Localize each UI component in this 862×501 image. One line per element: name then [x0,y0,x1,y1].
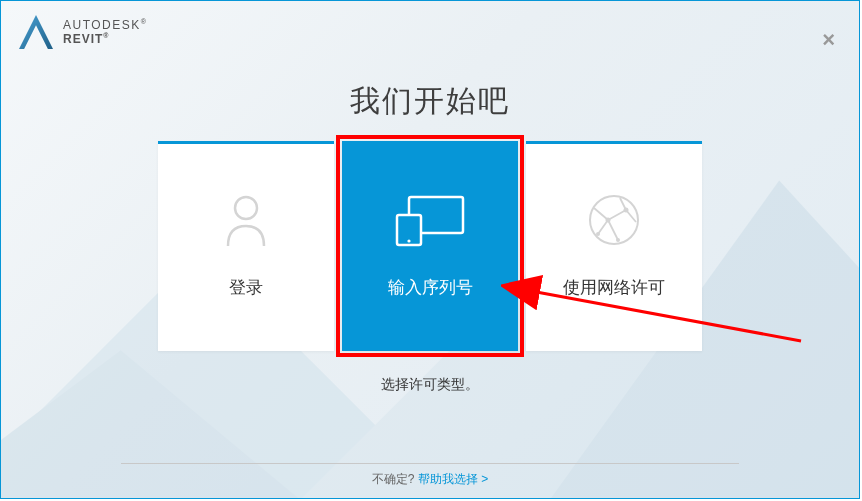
brand-header: AUTODESK® REVIT® [19,15,147,49]
network-card[interactable]: 使用网络许可 [526,141,702,351]
subtitle: 选择许可类型。 [1,376,859,394]
globe-icon [586,184,642,256]
footer-prefix: 不确定? [372,472,418,486]
close-button[interactable]: × [822,29,835,51]
user-icon [222,184,270,256]
network-label: 使用网络许可 [563,276,665,299]
brand-revit: REVIT® [63,32,147,46]
footer: 不确定? 帮助我选择 > [1,471,859,488]
serial-label: 输入序列号 [388,276,473,299]
brand-text: AUTODESK® REVIT® [63,18,147,45]
devices-icon [391,184,469,256]
svg-point-8 [590,196,638,244]
svg-point-7 [407,239,410,242]
svg-point-11 [596,232,600,236]
revit-logo-icon [19,15,53,49]
svg-point-12 [616,238,620,242]
signin-card[interactable]: 登录 [158,141,334,351]
signin-label: 登录 [229,276,263,299]
dialog-window: AUTODESK® REVIT® × 我们开始吧 登录 [0,0,860,499]
dialog-title: 我们开始吧 [1,81,859,122]
brand-autodesk: AUTODESK® [63,18,147,32]
help-choose-link[interactable]: 帮助我选择 > [418,472,488,486]
svg-point-10 [624,208,629,213]
license-options: 登录 输入序列号 [1,141,859,351]
svg-point-4 [235,197,257,219]
svg-point-9 [606,218,611,223]
footer-divider [121,463,739,464]
serial-card[interactable]: 输入序列号 [342,141,518,351]
